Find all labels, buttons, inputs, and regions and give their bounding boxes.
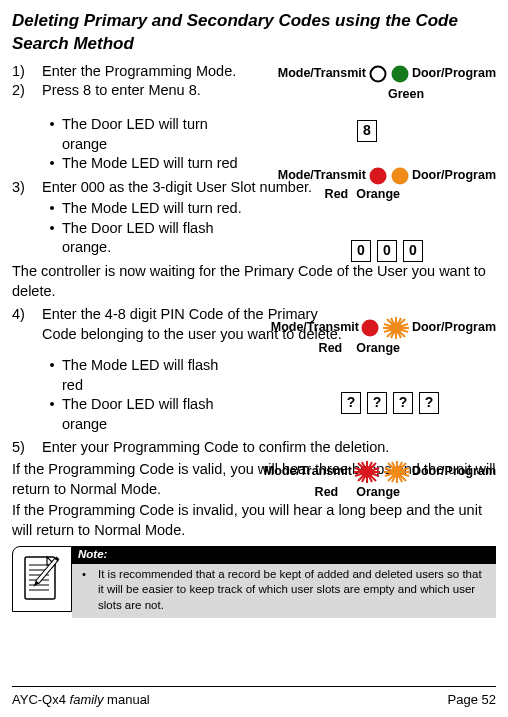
note-header: Note: <box>72 546 496 564</box>
step-4-bullet-1: The Mode LED will flash red <box>42 356 496 395</box>
step-3-bullet-2: The Door LED will flash orange. <box>42 219 496 258</box>
footer-prod-a: AYC-Qx4 <box>12 692 66 707</box>
step-4-number: 4) <box>12 305 42 344</box>
content-area: 1) Enter the Programming Mode. 2) Press … <box>12 62 496 618</box>
label-mode-2: Mode/Transmit <box>278 167 366 184</box>
label-green: Green <box>388 87 424 101</box>
step-2-sub-a: The Door LED will turn orange <box>62 115 252 154</box>
svg-point-13 <box>390 322 402 334</box>
note-box: Note: It is recommended that a record be… <box>12 546 496 618</box>
step-2-sub-b: The Mode LED will turn red <box>62 154 238 174</box>
key-000-figure: 0 0 0 <box>350 240 424 262</box>
step-3-sub-a: The Mode LED will turn red. <box>62 199 242 219</box>
section-title: Deleting Primary and Secondary Codes usi… <box>12 10 496 56</box>
step-1-text: Enter the Programming Mode. <box>42 62 247 82</box>
label-red-2: Red <box>325 186 349 203</box>
starburst-orange-led-icon-4 <box>382 460 412 484</box>
page-footer: AYC-Qx4 family manual Page 52 <box>12 686 496 709</box>
note-icon <box>12 546 72 612</box>
key-q-c: ? <box>393 392 413 414</box>
waiting-paragraph: The controller is now waiting for the Pr… <box>12 262 496 301</box>
label-mode-1: Mode/Transmit <box>278 65 366 82</box>
label-orange-3: Orange <box>356 340 400 357</box>
note-text: It is recommended that a record be kept … <box>98 567 490 614</box>
solid-red-led-icon-3 <box>360 318 380 338</box>
step-3-number: 3) <box>12 178 42 198</box>
key-0-a: 0 <box>351 240 371 262</box>
key-q-b: ? <box>367 392 387 414</box>
svg-point-1 <box>391 65 408 82</box>
key-q-a: ? <box>341 392 361 414</box>
step-2-bullet-1: The Door LED will turn orange <box>42 115 496 154</box>
svg-point-22 <box>361 466 373 478</box>
led-figure-4: Mode/Transmit <box>246 460 496 501</box>
step-2-number: 2) <box>12 81 42 101</box>
svg-point-4 <box>361 319 378 336</box>
label-mode-4: Mode/Transmit <box>264 463 352 480</box>
label-red-3: Red <box>319 340 343 357</box>
footer-prod-b: family <box>66 692 107 707</box>
note-bullet: It is recommended that a record be kept … <box>78 567 490 614</box>
label-orange-2: Orange <box>356 186 400 203</box>
step-5-text: Enter your Programming Code to confirm t… <box>42 438 496 458</box>
step-4-sub-a: The Mode LED will flash red <box>62 356 242 395</box>
key-0-c: 0 <box>403 240 423 262</box>
label-door-2: Door/Program <box>412 167 496 184</box>
solid-green-led-icon <box>390 64 410 84</box>
svg-point-0 <box>370 66 385 81</box>
svg-point-2 <box>369 167 386 184</box>
footer-product: AYC-Qx4 family manual <box>12 691 150 709</box>
label-door-3: Door/Program <box>412 319 496 336</box>
footer-prod-c: manual <box>107 692 150 707</box>
led-figure-2: Mode/Transmit Door/Program Red Orange <box>266 166 496 203</box>
svg-point-31 <box>391 466 403 478</box>
label-door-1: Door/Program <box>412 65 496 82</box>
label-mode-3: Mode/Transmit <box>271 319 359 336</box>
solid-red-led-icon <box>368 166 388 186</box>
step-1-number: 1) <box>12 62 42 82</box>
key-0-b: 0 <box>377 240 397 262</box>
step-5-number: 5) <box>12 438 42 458</box>
key-pin-figure: ? ? ? ? <box>340 392 440 414</box>
led-figure-3: Mode/Transmit Door/Program Red Orange <box>252 316 496 357</box>
key-8: 8 <box>357 120 377 142</box>
step-4-sub-b: The Door LED will flash orange <box>62 395 242 434</box>
ring-icon <box>368 64 388 84</box>
footer-page: Page 52 <box>448 691 496 709</box>
starburst-red-led-icon <box>352 460 382 484</box>
solid-orange-led-icon <box>390 166 410 186</box>
key-8-figure: 8 <box>356 120 378 142</box>
label-door-4: Door/Program <box>412 463 496 480</box>
label-orange-4: Orange <box>356 484 400 501</box>
starburst-orange-led-icon <box>381 316 411 340</box>
label-red-4: Red <box>315 484 339 501</box>
invalid-paragraph: If the Programming Code is invalid, you … <box>12 501 496 540</box>
led-figure-1: Mode/Transmit Door/Program Green <box>266 64 496 104</box>
step-5: 5) Enter your Programming Code to confir… <box>12 438 496 458</box>
svg-point-3 <box>391 167 408 184</box>
key-q-d: ? <box>419 392 439 414</box>
step-3-sub-b: The Door LED will flash orange. <box>62 219 262 258</box>
